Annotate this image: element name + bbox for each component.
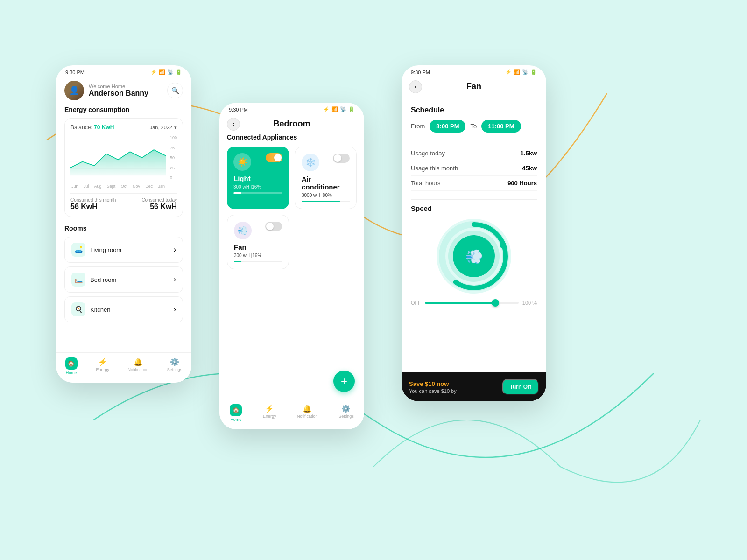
light-toggle[interactable]: [266, 153, 282, 162]
date-select[interactable]: Jan, 2022 ▾: [150, 125, 177, 131]
gear-icon-2: ⚙️: [341, 404, 351, 413]
status-bar-2: 9:30 PM ⚡ 📶 📡 🔋: [219, 103, 364, 114]
status-icons-3: ⚡ 📶 📡 🔋: [505, 69, 537, 75]
turn-off-button[interactable]: Turn Off: [502, 379, 539, 395]
home-icon-2: 🏠: [230, 404, 242, 416]
status-icons-2: ⚡ 📶 📡 🔋: [323, 106, 355, 112]
nav-energy-1[interactable]: ⚡ Energy: [96, 357, 109, 375]
slider-thumb[interactable]: [492, 299, 499, 307]
to-time[interactable]: 11:00 PM: [481, 120, 521, 133]
back-button-3[interactable]: ‹: [409, 80, 422, 93]
bluetooth-icon-2: ⚡: [323, 106, 330, 112]
room-item-living[interactable]: 🛋️ Living room ›: [64, 237, 183, 263]
usage-row-month: Usage this month 45kw: [411, 161, 537, 176]
chart-x-labels: Jun Jul Aug Sept Oct Nov Dec Jan: [70, 184, 166, 189]
nav-notification-1[interactable]: 🔔 Notification: [128, 357, 149, 375]
status-bar-3: 9:30 PM ⚡ 📶 📡 🔋: [402, 65, 546, 77]
light-name: Light: [233, 175, 282, 182]
usage-month-value: 45kw: [522, 165, 537, 172]
bottom-nav-2: 🏠 Home ⚡ Energy 🔔 Notification ⚙️ Settin…: [219, 399, 364, 429]
appliance-fan[interactable]: 💨 Fan 300 wH |16%: [227, 215, 289, 269]
appliances-title: Connected Appliances: [227, 133, 357, 141]
rooms-title: Rooms: [64, 224, 183, 232]
fan-stats: 300 wH |16%: [234, 253, 282, 258]
light-progress: [233, 192, 282, 194]
bedroom-name: Bed room: [90, 276, 116, 283]
search-button[interactable]: 🔍: [167, 83, 183, 98]
total-hours-label: Total hours: [411, 180, 441, 187]
airconditioner-toggle[interactable]: [333, 154, 350, 163]
status-time-2: 9:30 PM: [229, 107, 248, 112]
schedule-section: Schedule From 8:00 PM To 11:00 PM: [411, 106, 537, 133]
nav-notification-2[interactable]: 🔔 Notification: [297, 404, 318, 422]
status-bar-1: 9:30 PM ⚡ 📶 📡 🔋: [56, 65, 191, 77]
speed-section: Speed 💨: [411, 199, 537, 306]
user-name: Anderson Banny: [89, 89, 148, 98]
slider-max-label: 100 %: [522, 300, 537, 306]
bell-icon-1: 🔔: [134, 357, 143, 366]
battery-icon: 🔋: [176, 69, 182, 75]
phone-home: 9:30 PM ⚡ 📶 📡 🔋 👤 Welcome Home Anderson …: [56, 65, 191, 383]
bottom-nav-1: 🏠 Home ⚡ Energy 🔔 Notification ⚙️ Settin…: [56, 352, 191, 383]
speed-dial: 💨 OFF 100 %: [411, 219, 537, 306]
nav-settings-2[interactable]: ⚙️ Settings: [338, 404, 354, 422]
light-stats: 300 wH |16%: [233, 184, 282, 189]
chevron-right-icon-3: ›: [174, 305, 176, 314]
battery-icon-3: 🔋: [530, 69, 537, 75]
energy-chart: 100 75 50 25 0: [70, 134, 177, 181]
from-label: From: [411, 123, 425, 130]
bluetooth-icon: ⚡: [150, 69, 157, 75]
wifi-icon-3: 📶: [514, 69, 520, 75]
total-hours-value: 900 Hours: [507, 180, 537, 187]
nav-settings-1[interactable]: ⚙️ Settings: [167, 357, 183, 375]
usage-month-label: Usage this month: [411, 165, 458, 172]
slider-off-label: OFF: [411, 300, 421, 306]
consumed-today-label: Consumed today: [141, 197, 177, 203]
promo-save-text: Save $10 now: [409, 380, 457, 387]
to-label: To: [470, 123, 477, 130]
promo-desc-text: You can save $10 by: [409, 388, 457, 394]
fan-toggle[interactable]: [265, 222, 282, 231]
signal-icon: 📡: [167, 69, 174, 75]
wifi-icon: 📶: [159, 69, 165, 75]
schedule-title: Schedule: [411, 106, 537, 114]
add-button[interactable]: +: [333, 371, 355, 392]
fan-name: Fan: [234, 243, 282, 251]
airconditioner-progress: [302, 201, 350, 202]
living-room-name: Living room: [90, 246, 121, 253]
airconditioner-icon: ❄️: [302, 154, 319, 171]
appliances-grid: ☀️ Light 300 wH |16% ❄️: [227, 147, 357, 269]
nav-energy-2[interactable]: ⚡ Energy: [263, 404, 276, 422]
welcome-text: Welcome Home: [89, 84, 148, 89]
dial-inner[interactable]: 💨: [453, 235, 495, 277]
home-icon-1: 🏠: [65, 357, 78, 370]
usage-today-label: Usage today: [411, 150, 445, 157]
status-time-3: 9:30 PM: [411, 70, 430, 75]
fan-title: Fan: [466, 82, 481, 91]
room-item-kitchen[interactable]: 🍳 Kitchen ›: [64, 296, 183, 322]
usage-row-today: Usage today 1.5kw: [411, 146, 537, 161]
usage-row-hours: Total hours 900 Hours: [411, 176, 537, 191]
fan-center-icon: 💨: [465, 248, 483, 265]
kitchen-name: Kitchen: [90, 306, 110, 313]
speed-title: Speed: [411, 204, 537, 212]
from-time[interactable]: 8:00 PM: [430, 120, 465, 133]
gear-icon-1: ⚙️: [170, 357, 179, 366]
promo-banner: Save $10 now You can save $10 by Turn Of…: [402, 372, 546, 401]
bell-icon-2: 🔔: [303, 404, 312, 413]
phone-bedroom: 9:30 PM ⚡ 📶 📡 🔋 ‹ Bedroom Connected Appl…: [219, 103, 364, 429]
consumed-month-label: Consumed this month: [70, 197, 116, 203]
balance-value: 70 KwH: [94, 124, 114, 131]
nav-home-1[interactable]: 🏠 Home: [65, 357, 78, 375]
nav-home-2[interactable]: 🏠 Home: [230, 404, 242, 422]
appliance-light[interactable]: ☀️ Light 300 wH |16%: [227, 147, 289, 209]
room-item-bedroom[interactable]: 🛏️ Bed room ›: [64, 266, 183, 293]
slider-track[interactable]: [425, 302, 519, 304]
back-button-2[interactable]: ‹: [227, 118, 240, 131]
fan-header: ‹ Fan: [402, 77, 546, 96]
dial-container: 💨: [437, 219, 511, 294]
usage-section: Usage today 1.5kw Usage this month 45kw …: [411, 146, 537, 191]
avatar: 👤: [64, 81, 84, 100]
phone-fan: 9:30 PM ⚡ 📶 📡 🔋 ‹ Fan Schedule From 8:00…: [402, 65, 546, 401]
appliance-airconditioner[interactable]: ❄️ Air conditioner 3000 wH |80%: [295, 147, 357, 209]
